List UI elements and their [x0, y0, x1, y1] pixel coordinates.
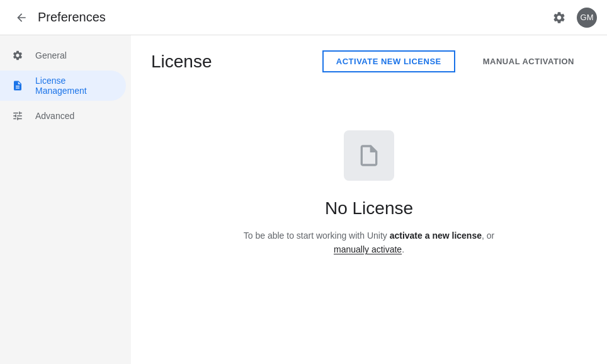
- back-button[interactable]: [10, 6, 33, 29]
- page-title: Preferences: [38, 10, 547, 25]
- no-license-icon-container: [344, 130, 394, 181]
- gear-icon: [10, 50, 25, 61]
- license-icon: [10, 80, 25, 91]
- settings-icon[interactable]: [547, 5, 572, 30]
- main-layout: General License Management Advanced Lice…: [0, 35, 607, 364]
- sidebar-item-advanced[interactable]: Advanced: [0, 101, 126, 131]
- description-or: or: [484, 230, 494, 241]
- no-license-title: No License: [325, 198, 413, 219]
- no-license-description: To be able to start working with Unity a…: [237, 229, 501, 257]
- sidebar-item-general-label: General: [35, 50, 67, 60]
- sidebar-item-license-management[interactable]: License Management: [0, 71, 126, 101]
- description-link1: activate a new license: [390, 230, 482, 241]
- sidebar-item-license-label: License Management: [35, 76, 116, 96]
- document-icon: [356, 143, 382, 168]
- topbar: Preferences GM: [0, 0, 607, 35]
- sidebar-item-general[interactable]: General: [0, 40, 126, 71]
- content-area: License ACTIVATE NEW LICENSE MANUAL ACTI…: [131, 35, 607, 364]
- content-title: License: [151, 52, 307, 72]
- content-header: License ACTIVATE NEW LICENSE MANUAL ACTI…: [151, 50, 587, 72]
- empty-state: No License To be able to start working w…: [151, 93, 587, 282]
- user-avatar[interactable]: GM: [577, 8, 597, 28]
- description-end: .: [402, 244, 404, 254]
- sliders-icon: [10, 110, 25, 122]
- sidebar-item-advanced-label: Advanced: [35, 111, 74, 121]
- description-link2: manually activate: [334, 244, 402, 254]
- topbar-actions: GM: [547, 5, 597, 30]
- description-text-1: To be able to start working with Unity: [244, 230, 390, 241]
- manual-activation-button[interactable]: MANUAL ACTIVATION: [470, 52, 587, 71]
- sidebar: General License Management Advanced: [0, 35, 131, 364]
- activate-new-license-button[interactable]: ACTIVATE NEW LICENSE: [322, 50, 455, 72]
